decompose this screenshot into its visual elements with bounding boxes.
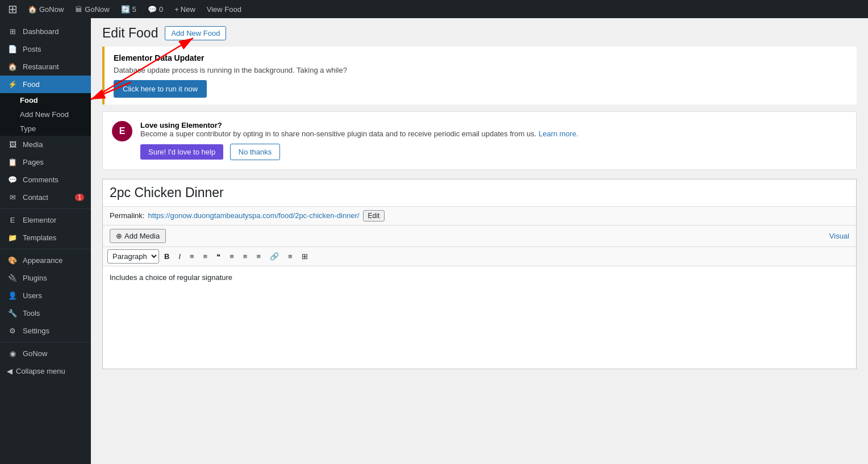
- plugins-icon: 🔌: [7, 274, 18, 282]
- main-content: Edit Food Add New Food Elementor Data Up…: [91, 18, 868, 464]
- add-media-bar: ⊕ Add Media Visual: [103, 225, 856, 247]
- appearance-icon: 🎨: [7, 256, 18, 265]
- sidebar-item-appearance[interactable]: 🎨 Appearance: [0, 252, 91, 269]
- plus-icon: +: [174, 5, 179, 14]
- food-icon: ⚡: [7, 80, 18, 89]
- posts-icon: 📄: [7, 45, 18, 53]
- collapse-icon: ◀: [7, 367, 12, 375]
- sidebar-item-elementor[interactable]: E Elementor: [0, 211, 91, 229]
- submenu-type[interactable]: Type: [0, 122, 91, 136]
- elementor-promo-title: Love using Elementor?: [140, 121, 222, 129]
- sidebar-item-pages[interactable]: 📋 Pages: [0, 153, 91, 171]
- sidebar-item-tools[interactable]: 🔧 Tools: [0, 304, 91, 322]
- format-toolbar: Paragraph B I ≡ ≡ ❝ ≡ ≡ ≡ 🔗 ≡ ⊞: [103, 247, 856, 266]
- sidebar-item-restaurant[interactable]: 🏠 Restaurant: [0, 58, 91, 76]
- submenu-add-new-food[interactable]: Add New Food: [0, 107, 91, 122]
- blockquote-button[interactable]: ❝: [212, 250, 224, 263]
- sidebar-item-dashboard[interactable]: ⊞ Dashboard: [0, 23, 91, 40]
- run-now-button[interactable]: Click here to run it now: [114, 80, 207, 98]
- topbar-updates-link[interactable]: 🔄 5: [116, 0, 141, 18]
- post-title-input[interactable]: [103, 179, 856, 206]
- media-icon: 🖼: [7, 140, 18, 149]
- sidebar-item-settings[interactable]: ⚙ Settings: [0, 322, 91, 340]
- link-button[interactable]: 🔗: [266, 250, 283, 263]
- permalink-bar: Permalink: https://gonow.duongtambeautys…: [103, 207, 856, 225]
- sidebar-item-food[interactable]: ⚡ Food: [0, 76, 91, 93]
- bold-button[interactable]: B: [160, 250, 173, 263]
- comments-icon: 💬: [7, 175, 18, 184]
- learn-more-link[interactable]: Learn more.: [539, 129, 578, 138]
- sidebar-item-media[interactable]: 🖼 Media: [0, 136, 91, 153]
- sidebar-item-templates[interactable]: 📁 Templates: [0, 229, 91, 246]
- topbar-site-link[interactable]: 🏠 GoNow: [23, 0, 68, 18]
- restaurant-icon: 🏠: [7, 62, 18, 71]
- italic-button[interactable]: I: [174, 250, 185, 263]
- elementor-icon: E: [7, 216, 18, 224]
- permalink-label: Permalink:: [110, 211, 144, 220]
- add-new-food-button[interactable]: Add New Food: [165, 26, 226, 40]
- align-left-button[interactable]: ≡: [226, 250, 238, 263]
- topbar-comments-link[interactable]: 💬 0: [143, 0, 168, 18]
- edit-permalink-button[interactable]: Edit: [363, 210, 385, 221]
- contact-badge: 1: [75, 194, 84, 201]
- comments-icon: 💬: [148, 5, 157, 14]
- topbar-view-food-link[interactable]: View Food: [202, 0, 246, 18]
- elementor-promo-text: Love using Elementor? Become a super con…: [140, 121, 578, 160]
- collapse-menu-button[interactable]: ◀ Collapse menu: [0, 362, 91, 380]
- editor-area: Permalink: https://gonow.duongtambeautys…: [102, 179, 857, 369]
- updater-notice-title: Elementor Data Updater: [114, 53, 848, 62]
- visual-button[interactable]: Visual: [829, 232, 849, 240]
- sidebar-divider-2: [0, 249, 91, 249]
- settings-icon: ⚙: [7, 327, 18, 335]
- sidebar-divider: [0, 208, 91, 209]
- sidebar: ⊞ Dashboard 📄 Posts 🏠 Restaurant ⚡ Food …: [0, 18, 91, 464]
- add-media-button[interactable]: ⊕ Add Media: [110, 229, 166, 243]
- sidebar-item-posts[interactable]: 📄 Posts: [0, 40, 91, 58]
- contact-icon: ✉: [7, 193, 18, 202]
- pages-icon: 📋: [7, 158, 18, 166]
- updates-icon: 🔄: [121, 5, 130, 14]
- post-title-bar: [103, 179, 856, 207]
- sidebar-divider-3: [0, 342, 91, 342]
- page-title: Edit Food: [102, 25, 158, 42]
- editor-body[interactable]: Includes a choice of regular signature: [103, 266, 856, 369]
- sidebar-item-plugins[interactable]: 🔌 Plugins: [0, 269, 91, 287]
- updater-notice: Elementor Data Updater Database update p…: [102, 47, 857, 104]
- sidebar-item-users[interactable]: 👤 Users: [0, 287, 91, 304]
- templates-icon: 📁: [7, 233, 18, 242]
- home-icon: 🏠: [28, 5, 37, 14]
- tools-icon: 🔧: [7, 309, 18, 317]
- unordered-list-button[interactable]: ≡: [186, 250, 198, 263]
- topbar: ⊞ 🏠 GoNow 🏛 GoNow 🔄 5 💬 0 + New View Foo…: [0, 0, 868, 18]
- topbar-dashboard-link[interactable]: 🏛 GoNow: [70, 0, 114, 18]
- editor-content: Includes a choice of regular signature: [110, 273, 232, 282]
- table-button[interactable]: ⊞: [298, 250, 312, 263]
- ordered-list-button[interactable]: ≡: [199, 250, 212, 263]
- wp-logo-icon[interactable]: ⊞: [5, 2, 21, 16]
- elementor-promo-description: Become a super contributor by opting in …: [140, 129, 578, 138]
- topbar-new-button[interactable]: + New: [170, 0, 200, 18]
- add-media-icon: ⊕: [116, 232, 122, 240]
- updater-notice-description: Database update process is running in th…: [114, 66, 848, 74]
- more-button[interactable]: ≡: [284, 250, 297, 263]
- align-right-button[interactable]: ≡: [252, 250, 265, 263]
- submenu-food[interactable]: Food: [0, 93, 91, 107]
- sure-button[interactable]: Sure! I'd love to help: [140, 144, 223, 160]
- sidebar-item-gonow[interactable]: ◉ GoNow: [0, 345, 91, 362]
- paragraph-select[interactable]: Paragraph: [107, 249, 159, 264]
- no-thanks-button[interactable]: No thanks: [230, 144, 281, 160]
- gonow-icon: ◉: [7, 349, 18, 358]
- page-header: Edit Food Add New Food: [91, 18, 868, 47]
- elementor-brand-icon: E: [112, 121, 132, 141]
- dashboard-icon: ⊞: [7, 27, 18, 36]
- users-icon: 👤: [7, 291, 18, 300]
- elementor-promo-banner: E Love using Elementor? Become a super c…: [102, 111, 857, 170]
- sidebar-item-comments[interactable]: 💬 Comments: [0, 171, 91, 189]
- elementor-promo-actions: Sure! I'd love to help No thanks: [140, 144, 578, 160]
- align-center-button[interactable]: ≡: [239, 250, 252, 263]
- permalink-url[interactable]: https://gonow.duongtambeautyspa.com/food…: [148, 211, 359, 220]
- food-submenu: Food Add New Food Type: [0, 93, 91, 136]
- dashboard-icon: 🏛: [75, 5, 82, 14]
- sidebar-item-contact[interactable]: ✉ Contact 1: [0, 189, 91, 206]
